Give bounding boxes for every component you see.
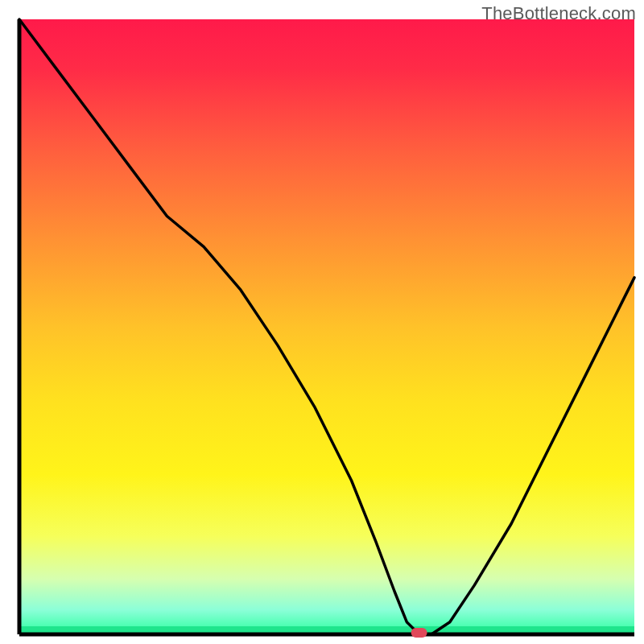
gradient-background: [19, 19, 634, 634]
watermark-text: TheBottleneck.com: [481, 3, 636, 24]
chart-svg: [0, 0, 644, 644]
optimal-marker: [411, 628, 427, 638]
plot-area: [19, 19, 634, 638]
bottleneck-chart: TheBottleneck.com: [0, 0, 644, 644]
